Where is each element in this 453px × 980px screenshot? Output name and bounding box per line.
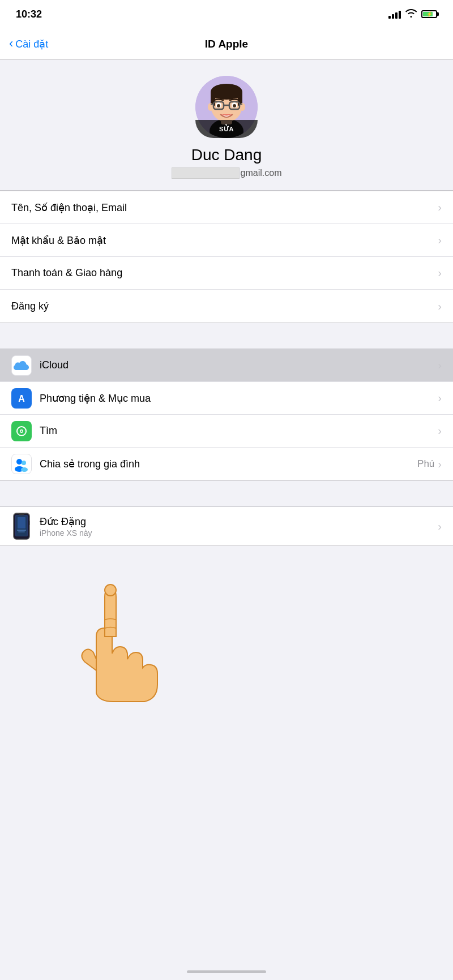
status-icons: ⚡ [388, 8, 437, 20]
settings-item-ten-so-dt[interactable]: Tên, Số điện thoại, Email › [0, 191, 453, 224]
settings-item-mat-khau[interactable]: Mật khẩu & Bảo mật › [0, 224, 453, 257]
settings-group-devices: Đức Đặng iPhone XS này › [0, 506, 453, 546]
chevron-icon: › [438, 267, 442, 280]
settings-group-1: Tên, Số điện thoại, Email › Mật khẩu & B… [0, 191, 453, 323]
status-bar: 10:32 ⚡ [0, 0, 453, 28]
settings-item-app-mua[interactable]: A Phương tiện & Mục mua › [0, 382, 453, 415]
wifi-icon [405, 8, 417, 20]
chevron-icon: › [438, 458, 442, 471]
nav-bar: ‹ Cài đặt ID Apple [0, 28, 453, 60]
svg-rect-33 [29, 521, 30, 525]
svg-rect-30 [18, 517, 25, 528]
battery-icon: ⚡ [421, 10, 437, 18]
status-time: 10:32 [16, 8, 42, 20]
back-chevron-icon: ‹ [9, 36, 13, 51]
svg-rect-31 [17, 530, 26, 531]
settings-item-findmy[interactable]: Tìm › [0, 415, 453, 448]
home-indicator [187, 970, 266, 973]
svg-text:A: A [18, 394, 25, 403]
profile-name: Duc Dang [191, 146, 262, 164]
back-label: Cài đặt [15, 38, 48, 50]
svg-point-23 [16, 459, 22, 465]
chevron-icon: › [438, 520, 442, 533]
device-icon [11, 513, 32, 540]
svg-rect-34 [19, 514, 24, 515]
chevron-icon: › [438, 392, 442, 405]
chevron-icon: › [438, 300, 442, 313]
signal-icon [388, 10, 401, 19]
profile-email: gmail.com [172, 167, 282, 179]
svg-point-18 [233, 104, 236, 108]
page-title: ID Apple [205, 38, 248, 50]
spacer-2 [0, 481, 453, 501]
spacer-1 [0, 323, 453, 343]
email-redacted [172, 167, 240, 179]
back-button[interactable]: ‹ Cài đặt [9, 37, 48, 51]
svg-point-24 [22, 461, 26, 465]
svg-point-35 [105, 584, 116, 596]
svg-point-17 [217, 104, 220, 108]
icloud-icon [11, 355, 32, 376]
svg-rect-5 [211, 92, 242, 98]
svg-rect-32 [18, 531, 25, 532]
svg-point-22 [21, 430, 23, 432]
chevron-icon: › [438, 201, 442, 214]
chevron-icon: › [438, 234, 442, 247]
findmy-icon [11, 421, 32, 441]
avatar-edit-badge[interactable]: SỬA [195, 120, 258, 138]
avatar-wrapper[interactable]: SỬA [195, 76, 258, 138]
svg-point-26 [21, 467, 28, 472]
chevron-icon: › [438, 359, 442, 372]
profile-section: SỬA Duc Dang gmail.com [0, 60, 453, 191]
chevron-icon: › [438, 424, 442, 437]
settings-item-family[interactable]: Chia sẻ trong gia đình Phú › [0, 448, 453, 480]
appstore-icon: A [11, 388, 32, 409]
family-icon [11, 454, 32, 474]
settings-item-device[interactable]: Đức Đặng iPhone XS này › [0, 507, 453, 545]
settings-item-icloud[interactable]: iCloud › [0, 349, 453, 382]
settings-item-dang-ky[interactable]: Đăng ký › [0, 290, 453, 323]
cursor-hand [62, 574, 176, 704]
settings-group-2: iCloud › A Phương tiện & Mục mua › Tìm › [0, 349, 453, 481]
settings-item-thanh-toan[interactable]: Thanh toán & Giao hàng › [0, 257, 453, 290]
